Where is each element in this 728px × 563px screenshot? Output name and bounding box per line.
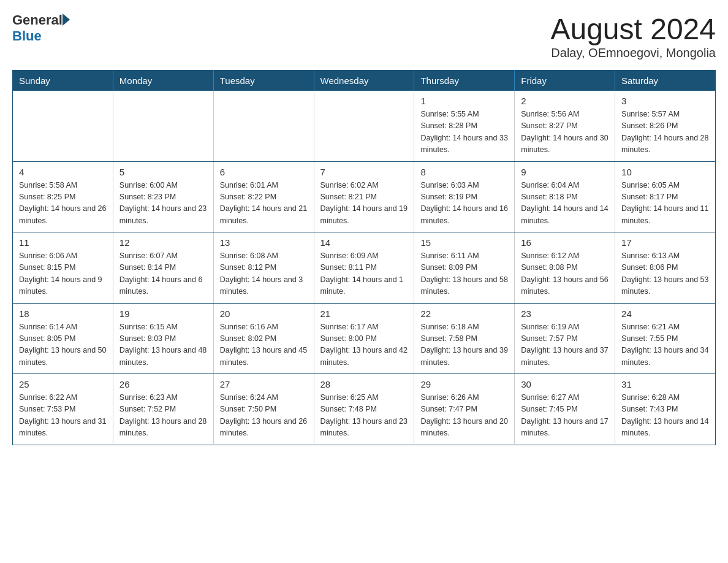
day-number: 2 [521,96,609,106]
calendar-cell-3-4: 14Sunrise: 6:09 AM Sunset: 8:11 PM Dayli… [314,232,414,304]
day-number: 15 [420,237,508,248]
calendar-cell-4-7: 24Sunrise: 6:21 AM Sunset: 7:55 PM Dayli… [615,303,716,374]
day-info: Sunrise: 6:21 AM Sunset: 7:55 PM Dayligh… [621,321,709,369]
logo-blue-text: Blue [12,28,70,44]
calendar-cell-5-5: 29Sunrise: 6:26 AM Sunset: 7:47 PM Dayli… [414,374,515,445]
day-info: Sunrise: 5:58 AM Sunset: 8:25 PM Dayligh… [19,180,107,228]
calendar-cell-3-6: 16Sunrise: 6:12 AM Sunset: 8:08 PM Dayli… [515,232,615,304]
calendar-cell-5-7: 31Sunrise: 6:28 AM Sunset: 7:43 PM Dayli… [615,374,716,445]
calendar-week-1: 1Sunrise: 5:55 AM Sunset: 8:28 PM Daylig… [13,91,716,161]
calendar-cell-3-5: 15Sunrise: 6:11 AM Sunset: 8:09 PM Dayli… [414,232,515,304]
calendar-cell-4-5: 22Sunrise: 6:18 AM Sunset: 7:58 PM Dayli… [414,303,515,374]
calendar-week-2: 4Sunrise: 5:58 AM Sunset: 8:25 PM Daylig… [13,161,716,232]
col-header-friday: Friday [515,71,615,91]
day-info: Sunrise: 6:03 AM Sunset: 8:19 PM Dayligh… [420,180,508,228]
calendar-cell-2-3: 6Sunrise: 6:01 AM Sunset: 8:22 PM Daylig… [213,161,314,232]
day-info: Sunrise: 6:18 AM Sunset: 7:58 PM Dayligh… [420,321,508,369]
day-info: Sunrise: 5:56 AM Sunset: 8:27 PM Dayligh… [521,109,609,156]
calendar-table: SundayMondayTuesdayWednesdayThursdayFrid… [12,70,716,445]
day-info: Sunrise: 6:04 AM Sunset: 8:18 PM Dayligh… [521,180,609,228]
day-number: 12 [119,237,207,248]
day-number: 21 [320,308,408,319]
calendar-cell-2-1: 4Sunrise: 5:58 AM Sunset: 8:25 PM Daylig… [13,161,113,232]
calendar-cell-1-2 [113,91,213,161]
day-number: 26 [119,379,207,389]
day-info: Sunrise: 6:27 AM Sunset: 7:45 PM Dayligh… [521,392,609,440]
day-info: Sunrise: 6:25 AM Sunset: 7:48 PM Dayligh… [320,392,408,440]
calendar-cell-5-1: 25Sunrise: 6:22 AM Sunset: 7:53 PM Dayli… [13,374,113,445]
calendar-cell-4-6: 23Sunrise: 6:19 AM Sunset: 7:57 PM Dayli… [515,303,615,374]
day-info: Sunrise: 6:23 AM Sunset: 7:52 PM Dayligh… [119,392,207,440]
calendar-week-3: 11Sunrise: 6:06 AM Sunset: 8:15 PM Dayli… [13,232,716,304]
calendar-cell-4-1: 18Sunrise: 6:14 AM Sunset: 8:05 PM Dayli… [13,303,113,374]
day-number: 27 [220,379,308,389]
calendar-cell-1-6: 2Sunrise: 5:56 AM Sunset: 8:27 PM Daylig… [515,91,615,161]
day-info: Sunrise: 6:14 AM Sunset: 8:05 PM Dayligh… [19,321,107,369]
day-number: 19 [119,308,207,319]
day-number: 22 [420,308,508,319]
day-info: Sunrise: 6:00 AM Sunset: 8:23 PM Dayligh… [119,180,207,228]
calendar-cell-2-2: 5Sunrise: 6:00 AM Sunset: 8:23 PM Daylig… [113,161,213,232]
col-header-saturday: Saturday [615,71,716,91]
calendar-header-row: SundayMondayTuesdayWednesdayThursdayFrid… [13,71,716,91]
day-info: Sunrise: 6:19 AM Sunset: 7:57 PM Dayligh… [521,321,609,369]
day-info: Sunrise: 6:28 AM Sunset: 7:43 PM Dayligh… [621,392,709,440]
col-header-thursday: Thursday [414,71,515,91]
calendar-cell-1-4 [314,91,414,161]
day-info: Sunrise: 6:24 AM Sunset: 7:50 PM Dayligh… [220,392,308,440]
day-number: 10 [621,167,709,177]
day-number: 9 [521,167,609,177]
col-header-sunday: Sunday [13,71,113,91]
calendar-cell-5-4: 28Sunrise: 6:25 AM Sunset: 7:48 PM Dayli… [314,374,414,445]
day-info: Sunrise: 6:08 AM Sunset: 8:12 PM Dayligh… [220,250,308,298]
logo-general-text: General [12,12,63,28]
calendar-cell-2-5: 8Sunrise: 6:03 AM Sunset: 8:19 PM Daylig… [414,161,515,232]
day-number: 18 [19,308,107,319]
day-number: 1 [420,96,508,106]
day-info: Sunrise: 6:16 AM Sunset: 8:02 PM Dayligh… [220,321,308,369]
day-number: 13 [220,237,308,248]
day-info: Sunrise: 6:09 AM Sunset: 8:11 PM Dayligh… [320,250,408,298]
day-info: Sunrise: 6:01 AM Sunset: 8:22 PM Dayligh… [220,180,308,228]
calendar-cell-3-3: 13Sunrise: 6:08 AM Sunset: 8:12 PM Dayli… [213,232,314,304]
col-header-monday: Monday [113,71,213,91]
day-number: 25 [19,379,107,389]
day-info: Sunrise: 6:06 AM Sunset: 8:15 PM Dayligh… [19,250,107,298]
day-number: 6 [220,167,308,177]
day-number: 11 [19,237,107,248]
day-number: 24 [621,308,709,319]
calendar-cell-4-2: 19Sunrise: 6:15 AM Sunset: 8:03 PM Dayli… [113,303,213,374]
day-number: 7 [320,167,408,177]
calendar-cell-4-4: 21Sunrise: 6:17 AM Sunset: 8:00 PM Dayli… [314,303,414,374]
day-number: 28 [320,379,408,389]
calendar-cell-1-1 [13,91,113,161]
day-info: Sunrise: 5:55 AM Sunset: 8:28 PM Dayligh… [420,109,508,156]
calendar-cell-1-7: 3Sunrise: 5:57 AM Sunset: 8:26 PM Daylig… [615,91,716,161]
day-info: Sunrise: 6:22 AM Sunset: 7:53 PM Dayligh… [19,392,107,440]
day-number: 17 [621,237,709,248]
calendar-cell-2-6: 9Sunrise: 6:04 AM Sunset: 8:18 PM Daylig… [515,161,615,232]
calendar-cell-3-1: 11Sunrise: 6:06 AM Sunset: 8:15 PM Dayli… [13,232,113,304]
day-info: Sunrise: 6:05 AM Sunset: 8:17 PM Dayligh… [621,180,709,228]
day-info: Sunrise: 6:13 AM Sunset: 8:06 PM Dayligh… [621,250,709,298]
page-title: August 2024 [550,12,716,46]
col-header-tuesday: Tuesday [213,71,314,91]
day-number: 5 [119,167,207,177]
day-info: Sunrise: 6:17 AM Sunset: 8:00 PM Dayligh… [320,321,408,369]
day-number: 31 [621,379,709,389]
day-info: Sunrise: 6:26 AM Sunset: 7:47 PM Dayligh… [420,392,508,440]
col-header-wednesday: Wednesday [314,71,414,91]
calendar-cell-4-3: 20Sunrise: 6:16 AM Sunset: 8:02 PM Dayli… [213,303,314,374]
page-header: General Blue August 2024 Dalay, OEmnoego… [12,12,716,60]
day-number: 30 [521,379,609,389]
day-number: 20 [220,308,308,319]
day-number: 14 [320,237,408,248]
calendar-cell-3-7: 17Sunrise: 6:13 AM Sunset: 8:06 PM Dayli… [615,232,716,304]
day-number: 3 [621,96,709,106]
calendar-cell-5-2: 26Sunrise: 6:23 AM Sunset: 7:52 PM Dayli… [113,374,213,445]
logo: General Blue [12,12,70,44]
calendar-cell-1-3 [213,91,314,161]
day-info: Sunrise: 6:12 AM Sunset: 8:08 PM Dayligh… [521,250,609,298]
logo-arrow-icon [63,13,70,26]
calendar-cell-5-3: 27Sunrise: 6:24 AM Sunset: 7:50 PM Dayli… [213,374,314,445]
